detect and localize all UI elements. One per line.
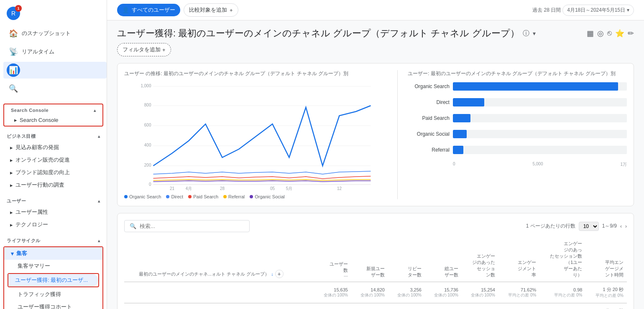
business-goals-section: ビジネス目標 ▴ ▸ 見込み顧客の発掘 ▸ オンライン販売の促進 ▸ ブランド認… — [0, 128, 107, 193]
notification-badge: 1 — [15, 5, 22, 12]
col-engaged-per-user[interactable]: エンゲー ジのあっ たセッション数 （1ユー ザーあた り） — [539, 237, 585, 282]
filter-bar: フィルタを追加 + — [117, 43, 634, 56]
realtime-icon-btn[interactable]: 📡 — [7, 45, 20, 58]
chevron-down-icon: ▾ — [11, 251, 14, 257]
chevron-right-icon6: ▸ — [10, 209, 13, 215]
search-icon-btn[interactable]: 🔍 — [7, 82, 20, 95]
user-section-header[interactable]: ユーザー ▴ — [0, 195, 107, 206]
col-engagement-rate[interactable]: エンゲー ジメント 率 — [498, 237, 539, 282]
sidebar-item-user-acquisition[interactable]: ユーザー獲得: 最初のユーザ... — [8, 274, 98, 286]
col-total-users[interactable]: 総ユー ザー数 — [425, 237, 462, 282]
plus-icon: + — [230, 7, 233, 13]
svg-text:600: 600 — [144, 123, 151, 127]
bar-chart-wrap: Organic Search Direct Paid Search — [408, 82, 627, 167]
sidebar: R 1 🏠 のスナップショット 📡 リアルタイム 📊 🔍 Search — [0, 0, 107, 309]
search-icon: 🔍 — [130, 223, 136, 229]
sidebar-item-acquisition[interactable]: ▾ 集客 — [4, 247, 102, 260]
acquisition-section-box: ▾ 集客 集客サマリー ユーザー獲得: 最初のユーザ... トラフィック獲得 ユ… — [3, 246, 103, 309]
business-goals-header[interactable]: ビジネス目標 ▴ — [0, 130, 107, 141]
bookmark-icon[interactable]: ⭐ — [615, 29, 624, 38]
charts-row: ユーザー の推移: 最初のユーザーのメインのチャネル グループ（デフォルト チャ… — [117, 63, 634, 206]
chevron-right-icon3: ▸ — [10, 157, 13, 163]
chevron-up-icon: ▴ — [94, 108, 96, 113]
user-acquisition-box: ユーザー獲得: 最初のユーザ... — [8, 273, 99, 287]
svg-text:05: 05 — [270, 186, 275, 191]
svg-text:0: 0 — [149, 182, 151, 187]
line-chart-title: ユーザー の推移: 最初のユーザーのメインのチャネル グループ（デフォルト チャ… — [124, 70, 387, 77]
col-avg-engagement[interactable]: 平均エン ゲージメ ント時間 — [585, 237, 627, 282]
sidebar-item-technology[interactable]: ▸ テクノロジー — [0, 218, 107, 231]
svg-text:28: 28 — [220, 186, 225, 191]
svg-text:4月: 4月 — [186, 186, 192, 191]
add-filter-btn[interactable]: フィルタを追加 + — [117, 43, 171, 56]
sidebar-item-acquisition-summary[interactable]: 集客サマリー — [4, 260, 102, 272]
total-row: 15,635 全体の 100% 14,820 全体の 100% 3,256 全体… — [124, 282, 627, 303]
chevron-down-icon2: ▾ — [627, 7, 629, 13]
home-icon-btn[interactable]: 🏠 — [7, 27, 20, 40]
sidebar-item-online-sales[interactable]: ▸ オンライン販売の促進 — [0, 154, 107, 166]
data-table: 最初のユーザーのメインのチャネ...ォルト チャネル グループ） ↓ + ユーザ… — [124, 237, 627, 309]
search-console-header[interactable]: Search Console ▴ — [4, 104, 102, 114]
prev-page-btn[interactable]: ‹ — [620, 223, 622, 229]
content-area: ユーザー獲得: 最初のユーザーのメインのチャネル グループ（デフォルト チャネル… — [107, 20, 644, 309]
topbar-left: 👤 すべてのユーザー 比較対象を追加 + — [117, 3, 238, 17]
sidebar-item-cohort[interactable]: ユーザー獲得コホート — [4, 301, 102, 309]
edit-icon[interactable]: ✏ — [628, 29, 634, 38]
col-users[interactable]: ユーザー 数 --- — [314, 237, 351, 282]
chart-legend: Organic Search Direct Paid Search Referr… — [124, 194, 387, 199]
chevron-right-icon2: ▸ — [10, 144, 13, 151]
bar-row-referral: Referral — [408, 146, 627, 154]
chevron-icon[interactable]: ▾ — [533, 30, 536, 37]
next-page-btn[interactable]: › — [625, 223, 627, 229]
topbar-right: 過去 28 日間 4月18日～2024年5月15日 ▾ — [532, 5, 634, 16]
legend-direct: Direct — [166, 194, 183, 199]
chevron-right-icon7: ▸ — [10, 222, 13, 228]
sort-icon: ↓ — [271, 271, 273, 276]
bar-row-direct: Direct — [408, 98, 627, 106]
rows-per-page-select[interactable]: 10 25 50 — [579, 222, 599, 231]
legend-organic-social: Organic Social — [250, 194, 285, 199]
add-column-btn[interactable]: + — [275, 270, 284, 278]
chevron-up-icon4: ▴ — [98, 238, 100, 243]
page-title: ユーザー獲得: 最初のユーザーのメインのチャネル グループ（デフォルト チャネル… — [117, 27, 634, 40]
date-chip[interactable]: 4月18日～2024年5月15日 ▾ — [562, 5, 634, 16]
line-chart-wrap: 1,000 800 600 400 200 0 — [124, 82, 387, 191]
sidebar-item-brand[interactable]: ▸ ブランド認知度の向上 — [0, 166, 107, 179]
main-content: 👤 すべてのユーザー 比較対象を追加 + 過去 28 日間 4月18日～2024… — [107, 0, 644, 309]
col-channel[interactable]: 最初のユーザーのメインのチャネ...ォルト チャネル グループ） ↓ + — [135, 237, 314, 282]
grid-icon[interactable]: ▦ — [587, 29, 594, 38]
avatar[interactable]: R 1 — [7, 7, 20, 20]
chevron-right-icon5: ▸ — [10, 182, 13, 188]
sidebar-item-search-console[interactable]: ▸ Search Console — [4, 114, 102, 126]
table-toolbar: 🔍 1 ページあたりの行数 10 25 50 1～9/9 ‹ › — [124, 220, 627, 232]
all-users-chip[interactable]: 👤 すべてのユーザー — [117, 4, 180, 16]
search-input[interactable]: 🔍 — [124, 220, 250, 232]
table-row: 1 Organic Search 12,119 11,585 2,614 12,… — [124, 303, 627, 309]
analytics-icon-btn[interactable]: 📊 — [7, 63, 20, 77]
sidebar-item-prospect[interactable]: ▸ 見込み顧客の発掘 — [0, 141, 107, 154]
compare-icon[interactable]: ◎ — [597, 29, 604, 38]
sidebar-item-user-attr[interactable]: ▸ ユーザー属性 — [0, 206, 107, 218]
col-new-users[interactable]: 新規ユー ザー数 — [351, 237, 388, 282]
share-icon[interactable]: ⎋ — [607, 29, 612, 38]
sidebar-item-traffic[interactable]: トラフィック獲得 — [4, 288, 102, 301]
col-engaged-sessions[interactable]: エンゲー ジのあった セッショ ン数 — [462, 237, 498, 282]
add-comparison-chip[interactable]: 比較対象を追加 + — [184, 3, 238, 17]
svg-text:1,000: 1,000 — [141, 84, 151, 88]
user-section: ユーザー ▴ ▸ ユーザー属性 ▸ テクノロジー — [0, 193, 107, 233]
line-chart-svg: 1,000 800 600 400 200 0 — [124, 82, 387, 191]
table-section: 🔍 1 ページあたりの行数 10 25 50 1～9/9 ‹ › — [117, 213, 634, 309]
search-field[interactable] — [140, 223, 244, 229]
chart-divider — [397, 70, 398, 199]
sidebar-icon-row: R 1 — [0, 3, 107, 23]
sidebar-item-user-behavior[interactable]: ▸ ユーザー行動の調査 — [0, 179, 107, 191]
info-icon[interactable]: ⓘ — [523, 29, 529, 38]
lifecycle-header[interactable]: ライフサイクル ▴ — [0, 234, 107, 246]
col-returning[interactable]: リピー ター数 — [388, 237, 425, 282]
legend-organic-search: Organic Search — [124, 194, 161, 199]
bar-row-organic-social: Organic Social — [408, 130, 627, 138]
legend-referral: Referral — [223, 194, 245, 199]
bar-row-organic-search: Organic Search — [408, 82, 627, 91]
lifecycle-section: ライフサイクル ▴ ▾ 集客 集客サマリー ユーザー獲得: 最初のユーザ... … — [0, 233, 107, 309]
svg-text:21: 21 — [170, 186, 175, 191]
